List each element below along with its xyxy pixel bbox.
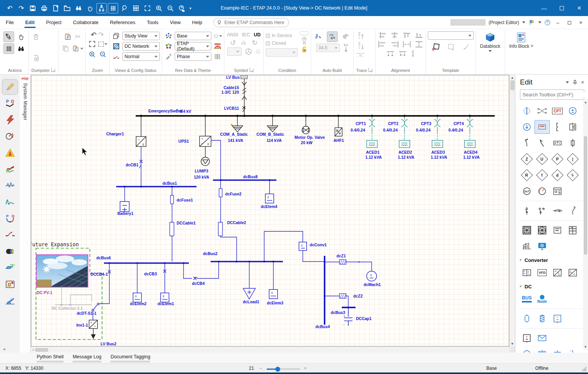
auto-build-select-icon[interactable] — [327, 31, 338, 42]
label-dccable2[interactable]: DCCable2 — [227, 220, 246, 225]
ribbon-zoom-out-button[interactable] — [98, 50, 107, 59]
motor-starting-button[interactable] — [2, 128, 18, 144]
remote-monitor-icon[interactable] — [534, 239, 550, 253]
vscroll-thumb[interactable] — [510, 80, 515, 90]
zoom-minus-button[interactable]: − — [259, 366, 262, 371]
label-lv-bus[interactable]: LV Bus — [226, 75, 240, 80]
dc-meter-icon[interactable] — [534, 120, 550, 134]
voltage-relay-icon[interactable]: U — [534, 152, 550, 166]
label-com-a[interactable]: COM_A_Static — [220, 132, 248, 137]
dropper-icon[interactable] — [164, 52, 173, 61]
tab-python-shell[interactable]: Python Shell — [33, 353, 67, 363]
find-icon[interactable] — [73, 3, 84, 13]
label-ahf1[interactable]: AHF1 — [333, 138, 344, 143]
emergency-swbrd-bus[interactable]: EmergencySwBrd 0.4 kV — [136, 109, 495, 117]
label-dcmach1[interactable]: dcMach1 — [364, 282, 381, 287]
dcz2-dcbus3-dccap1[interactable]: +- dcZ2 dcBus3 DCCap1 — [325, 294, 372, 327]
label-dcz2[interactable]: dcZ2 — [353, 294, 363, 298]
dc-source-icon[interactable] — [565, 104, 580, 118]
transmission-line-icon[interactable] — [534, 104, 550, 118]
align-center-v-icon[interactable] — [390, 31, 399, 39]
trace-up-icon[interactable] — [356, 31, 365, 41]
align-left-icon[interactable] — [378, 31, 387, 39]
label-aced1-kva[interactable]: 1.12 kVA — [365, 155, 382, 159]
auto-insert-icon[interactable] — [313, 31, 324, 42]
space-vertical-icon[interactable] — [414, 41, 424, 48]
label-cable15[interactable]: Cable15 — [224, 85, 239, 90]
label-aced3-kva[interactable]: 1.12 kVA — [431, 155, 447, 159]
dc-elem-icon[interactable]: + — [550, 312, 565, 325]
label-aced2-kva[interactable]: 1.12 kVA — [398, 155, 414, 159]
network-square-icon[interactable] — [519, 223, 534, 237]
align-top-icon[interactable] — [402, 31, 411, 39]
harmonics-button[interactable] — [2, 161, 18, 177]
com-b-load[interactable]: COM_B_Static 114 kVA — [257, 117, 284, 143]
switch-single-icon[interactable] — [519, 204, 534, 218]
power-relay-icon[interactable]: P — [550, 152, 565, 166]
undo-action-icon[interactable]: ↶ — [91, 31, 97, 38]
dc-battery-icon[interactable] — [519, 312, 534, 325]
lock-open-icon[interactable] — [301, 46, 308, 53]
canvas-hscrollbar[interactable]: ‹ — [31, 346, 509, 353]
label-dcz1[interactable]: dcZ1 — [336, 254, 346, 258]
label-dcfuse1[interactable]: dcFuse1 — [177, 198, 193, 202]
pin-icon[interactable] — [573, 80, 577, 85]
dumpster-launcher[interactable] — [51, 68, 55, 72]
dc-bus-icon[interactable]: BUS — [519, 292, 534, 306]
hscroll-thumb[interactable] — [35, 348, 48, 352]
label-inv1[interactable]: Inv1-1 — [76, 323, 88, 327]
protection-coordination-button[interactable] — [2, 194, 18, 210]
align-nodes-top-icon[interactable] — [386, 50, 395, 57]
rotate-ccw-icon[interactable]: ↺ — [230, 39, 236, 46]
child-minimize-button[interactable]: – — [554, 20, 562, 26]
find-element-button[interactable] — [16, 43, 26, 54]
paste-special-button[interactable] — [73, 43, 83, 54]
label-cpt3[interactable]: CPT3 — [421, 121, 431, 126]
redo-action-icon[interactable]: ↷ — [98, 31, 104, 38]
label-cpt1[interactable]: CPT1 — [356, 121, 366, 126]
pan-button[interactable] — [16, 31, 26, 42]
label-dcelem4[interactable]: dcElem4 — [261, 204, 277, 209]
panel-coil-icon[interactable] — [550, 223, 565, 237]
label-dc-pv[interactable]: DC PV-1 — [37, 290, 52, 295]
cpt2-column[interactable]: CPT2 0.4/0.24 ACED2 1.12 kVA — [383, 117, 414, 159]
config-select[interactable]: Normal — [122, 52, 160, 61]
symbol-iec[interactable]: IEC — [242, 32, 250, 37]
toolbox-scrollbar[interactable]: ▲▼ — [583, 99, 588, 350]
current-relay-icon[interactable]: | — [565, 152, 580, 166]
label-cpt3-ratio[interactable]: 0.4/0.24 — [416, 128, 430, 132]
section-converter[interactable]: Converter — [519, 254, 583, 265]
inv1-1[interactable]: +~ Inv1-1 LV Bus2 — [76, 320, 117, 346]
tab-message-log[interactable]: Message Log — [69, 353, 105, 363]
toolbox-dropdown-caret[interactable] — [566, 81, 569, 83]
label-dcfuse2[interactable]: dcFuse2 — [225, 192, 242, 196]
label-dcbus1[interactable]: dcBus1 — [162, 181, 177, 185]
command-input[interactable] — [224, 20, 286, 25]
dccb41[interactable]: DCCB4-1 — [90, 263, 111, 304]
toolbox-search-input[interactable] — [523, 92, 584, 98]
sst-icon[interactable]: SsT — [519, 184, 534, 198]
label-dcbus8[interactable]: dcBus8 — [243, 174, 258, 179]
distribute-right-icon[interactable] — [390, 41, 399, 48]
template-select[interactable] — [428, 31, 474, 40]
composite-network-icon[interactable] — [519, 239, 534, 253]
symbol-size-select[interactable] — [227, 47, 242, 56]
label-ups1[interactable]: UPS1 — [179, 139, 189, 143]
study-view-select[interactable]: Study View — [122, 32, 160, 40]
trace-path-icon[interactable] — [356, 51, 365, 58]
align-nodes-bottom-icon[interactable] — [398, 50, 407, 57]
gauge-icon[interactable] — [534, 184, 550, 198]
contactor-icon[interactable] — [565, 120, 580, 134]
theme-select[interactable]: ETAP (Default) — [175, 42, 211, 50]
presentation-icon[interactable] — [112, 31, 121, 41]
print-icon[interactable] — [39, 3, 49, 13]
barcode-icon[interactable] — [213, 52, 222, 61]
fit-view-button[interactable] — [88, 39, 97, 49]
space-horizontal-icon[interactable] — [402, 41, 411, 48]
label-aced2[interactable]: ACED2 — [398, 150, 412, 154]
switch-double-icon[interactable] — [534, 204, 550, 218]
ups-icon[interactable]: ± — [519, 266, 534, 280]
transient-stability-button[interactable] — [2, 178, 18, 194]
dc-collector[interactable]: DC Collector 2-1 — [52, 287, 92, 311]
closed-checkbox[interactable]: Closed — [266, 41, 286, 46]
